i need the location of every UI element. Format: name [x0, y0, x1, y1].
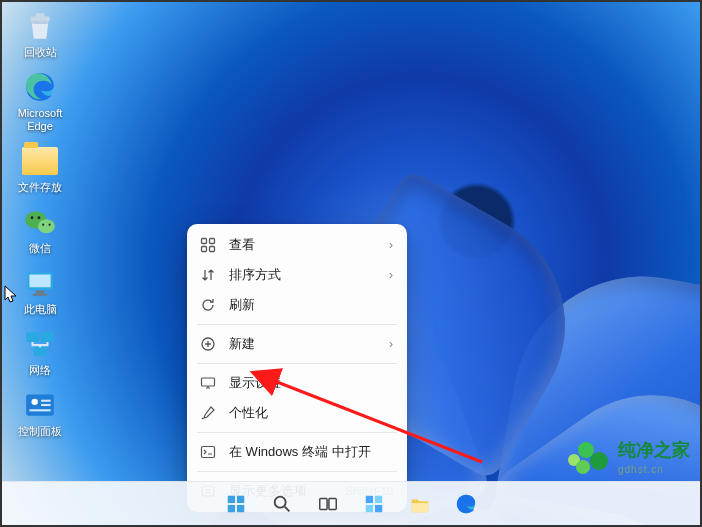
desktop-icon-wechat[interactable]: 微信 — [10, 204, 70, 255]
taskbar-widgets-button[interactable] — [354, 484, 394, 524]
widgets-icon — [363, 493, 385, 515]
menu-item-refresh[interactable]: 刷新 — [187, 290, 407, 320]
menu-item-display-settings[interactable]: 显示设置 — [187, 368, 407, 398]
svg-rect-24 — [210, 247, 215, 252]
desktop-icon-this-pc[interactable]: 此电脑 — [10, 265, 70, 316]
svg-point-6 — [38, 216, 41, 219]
menu-item-label: 查看 — [229, 236, 389, 254]
taskbar-explorer-button[interactable] — [400, 484, 440, 524]
file-explorer-icon — [409, 493, 431, 515]
desktop-icon-label: 微信 — [29, 242, 51, 255]
svg-rect-36 — [329, 498, 336, 509]
desktop[interactable]: 回收站 Microsoft Edge 文件存放 微信 此电脑 — [2, 2, 700, 525]
edge-icon — [455, 493, 477, 515]
folder-icon — [22, 143, 58, 179]
menu-separator — [197, 432, 397, 433]
watermark: 纯净之家 gdhst.cn — [568, 438, 690, 475]
taskbar-start-button[interactable] — [216, 484, 256, 524]
menu-item-new[interactable]: 新建 › — [187, 329, 407, 359]
svg-rect-19 — [41, 404, 51, 406]
desktop-icon-recycle-bin[interactable]: 回收站 — [10, 8, 70, 59]
svg-rect-13 — [26, 332, 39, 342]
svg-rect-10 — [29, 275, 50, 288]
desktop-icon-folder[interactable]: 文件存放 — [10, 143, 70, 194]
svg-point-5 — [31, 216, 34, 219]
desktop-context-menu: 查看 › 排序方式 › 刷新 新建 › 显示设置 个性化 — [187, 224, 407, 512]
chevron-right-icon: › — [389, 238, 393, 252]
desktop-icon-control-panel[interactable]: 控制面板 — [10, 387, 70, 438]
taskbar-taskview-button[interactable] — [308, 484, 348, 524]
svg-rect-20 — [29, 409, 50, 411]
watermark-name: 纯净之家 — [618, 438, 690, 462]
chevron-right-icon: › — [389, 337, 393, 351]
svg-rect-27 — [202, 447, 215, 458]
sort-icon — [199, 266, 217, 284]
desktop-icon-label: 网络 — [29, 364, 51, 377]
svg-point-8 — [49, 224, 51, 226]
desktop-icon-network[interactable]: 网络 — [10, 326, 70, 377]
svg-rect-39 — [366, 504, 373, 511]
svg-rect-31 — [237, 495, 244, 502]
taskbar-search-button[interactable] — [262, 484, 302, 524]
plus-icon — [199, 335, 217, 353]
grid-icon — [199, 236, 217, 254]
svg-rect-18 — [41, 400, 51, 402]
svg-rect-22 — [210, 239, 215, 244]
menu-item-personalize[interactable]: 个性化 — [187, 398, 407, 428]
desktop-icon-edge[interactable]: Microsoft Edge — [10, 69, 70, 133]
watermark-logo — [568, 440, 608, 474]
edge-icon — [22, 69, 58, 105]
svg-rect-14 — [41, 332, 54, 342]
desktop-icon-label: Microsoft Edge — [18, 107, 63, 133]
svg-rect-30 — [228, 495, 235, 502]
svg-rect-35 — [320, 498, 327, 509]
this-pc-icon — [22, 265, 58, 301]
menu-item-view[interactable]: 查看 › — [187, 230, 407, 260]
svg-rect-1 — [36, 13, 45, 17]
svg-rect-15 — [34, 346, 47, 356]
taskbar-center — [216, 484, 486, 524]
svg-rect-12 — [33, 294, 48, 296]
desktop-icon-column: 回收站 Microsoft Edge 文件存放 微信 此电脑 — [10, 8, 90, 448]
taskbar-edge-button[interactable] — [446, 484, 486, 524]
svg-rect-37 — [366, 495, 373, 502]
menu-separator — [197, 471, 397, 472]
watermark-url: gdhst.cn — [618, 464, 690, 475]
svg-rect-23 — [202, 247, 207, 252]
svg-rect-26 — [202, 378, 215, 386]
wechat-icon — [22, 204, 58, 240]
chevron-right-icon: › — [389, 268, 393, 282]
desktop-icon-label: 此电脑 — [24, 303, 57, 316]
desktop-icon-label: 控制面板 — [18, 425, 62, 438]
menu-item-label: 在 Windows 终端 中打开 — [229, 443, 393, 461]
menu-separator — [197, 363, 397, 364]
control-panel-icon — [22, 387, 58, 423]
display-icon — [199, 374, 217, 392]
svg-rect-21 — [202, 239, 207, 244]
menu-item-label: 排序方式 — [229, 266, 389, 284]
svg-rect-41 — [412, 503, 429, 512]
terminal-icon — [199, 443, 217, 461]
svg-rect-40 — [375, 504, 382, 511]
network-icon — [22, 326, 58, 362]
svg-rect-38 — [375, 495, 382, 502]
task-view-icon — [317, 493, 339, 515]
menu-item-label: 新建 — [229, 335, 389, 353]
menu-item-label: 刷新 — [229, 296, 393, 314]
desktop-icon-label: 文件存放 — [18, 181, 62, 194]
menu-item-label: 个性化 — [229, 404, 393, 422]
svg-point-7 — [42, 224, 44, 226]
svg-point-34 — [275, 496, 286, 507]
menu-item-open-terminal[interactable]: 在 Windows 终端 中打开 — [187, 437, 407, 467]
svg-point-17 — [32, 399, 38, 405]
menu-separator — [197, 324, 397, 325]
menu-item-sort[interactable]: 排序方式 › — [187, 260, 407, 290]
start-icon — [225, 493, 247, 515]
recycle-bin-icon — [22, 8, 58, 44]
desktop-icon-label: 回收站 — [24, 46, 57, 59]
svg-rect-33 — [237, 504, 244, 511]
menu-item-label: 显示设置 — [229, 374, 393, 392]
svg-rect-11 — [36, 290, 45, 293]
svg-point-4 — [38, 219, 55, 233]
refresh-icon — [199, 296, 217, 314]
